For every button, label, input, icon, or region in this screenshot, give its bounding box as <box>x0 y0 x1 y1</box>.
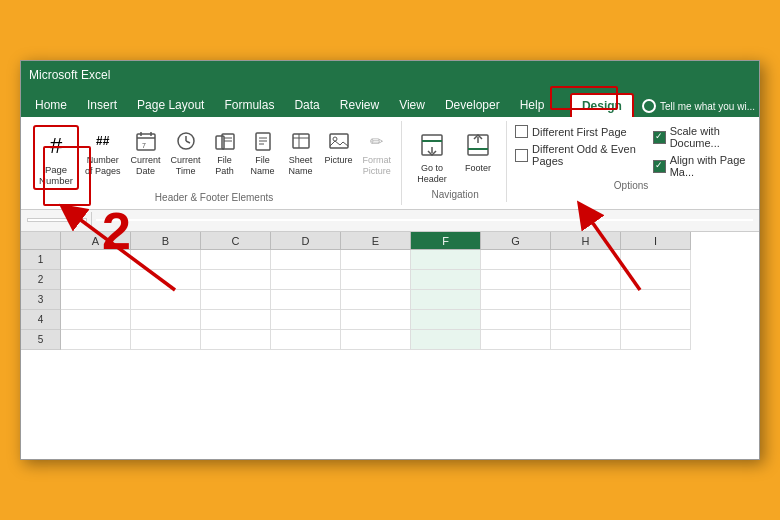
file-path-icon <box>211 127 239 155</box>
current-time-button[interactable]: CurrentTime <box>167 125 205 179</box>
annotation-design-tab-box <box>550 86 618 110</box>
cell-c1[interactable] <box>201 250 271 270</box>
cell-e1[interactable] <box>341 250 411 270</box>
name-box[interactable] <box>27 218 87 222</box>
cell-a5[interactable] <box>61 330 131 350</box>
search-icon <box>642 99 656 113</box>
cell-i5[interactable] <box>621 330 691 350</box>
cell-g4[interactable] <box>481 310 551 330</box>
format-picture-button[interactable]: ✏ FormatPicture <box>359 125 396 179</box>
tab-home[interactable]: Home <box>25 93 77 117</box>
cell-h5[interactable] <box>551 330 621 350</box>
cell-e2[interactable] <box>341 270 411 290</box>
cell-h3[interactable] <box>551 290 621 310</box>
cell-g2[interactable] <box>481 270 551 290</box>
picture-button[interactable]: Picture <box>321 125 357 168</box>
cell-d2[interactable] <box>271 270 341 290</box>
go-to-header-button[interactable]: Go toHeader <box>410 125 454 187</box>
row-num-1: 1 <box>21 250 61 270</box>
cell-b2[interactable] <box>131 270 201 290</box>
col-headers: A B C D E F G H I <box>61 232 691 250</box>
cell-g5[interactable] <box>481 330 551 350</box>
align-with-margins-checkbox[interactable] <box>653 160 666 173</box>
row-num-3: 3 <box>21 290 61 310</box>
corner-cell <box>21 232 61 250</box>
cell-b4[interactable] <box>131 310 201 330</box>
cell-a3[interactable] <box>61 290 131 310</box>
col-header-h[interactable]: H <box>551 232 621 250</box>
cell-c2[interactable] <box>201 270 271 290</box>
cell-h4[interactable] <box>551 310 621 330</box>
search-area: Tell me what you wi... <box>642 99 755 117</box>
cell-h2[interactable] <box>551 270 621 290</box>
col-header-f[interactable]: F <box>411 232 481 250</box>
tab-review[interactable]: Review <box>330 93 389 117</box>
svg-rect-0 <box>137 134 155 150</box>
cell-b3[interactable] <box>131 290 201 310</box>
tab-developer[interactable]: Developer <box>435 93 510 117</box>
cell-i4[interactable] <box>621 310 691 330</box>
cell-g3[interactable] <box>481 290 551 310</box>
tab-page-layout[interactable]: Page Layout <box>127 93 214 117</box>
cell-e5[interactable] <box>341 330 411 350</box>
file-name-button[interactable]: FileName <box>245 125 281 179</box>
file-path-button[interactable]: FilePath <box>207 125 243 179</box>
annotation-number-2: 2 <box>102 205 131 257</box>
align-with-margins-row[interactable]: Align with Page Ma... <box>653 154 747 178</box>
diff-first-page-checkbox[interactable] <box>515 125 528 138</box>
current-date-label: CurrentDate <box>131 155 161 177</box>
go-to-header-label: Go toHeader <box>417 163 447 185</box>
cell-i1[interactable] <box>621 250 691 270</box>
cell-e3[interactable] <box>341 290 411 310</box>
svg-line-7 <box>186 141 190 143</box>
row-num-4: 4 <box>21 310 61 330</box>
cell-c3[interactable] <box>201 290 271 310</box>
cell-i2[interactable] <box>621 270 691 290</box>
col-header-d[interactable]: D <box>271 232 341 250</box>
current-date-button[interactable]: 7 CurrentDate <box>127 125 165 179</box>
tab-formulas[interactable]: Formulas <box>214 93 284 117</box>
cell-a4[interactable] <box>61 310 131 330</box>
cell-f3[interactable] <box>411 290 481 310</box>
cell-h1[interactable] <box>551 250 621 270</box>
cell-c5[interactable] <box>201 330 271 350</box>
cell-e4[interactable] <box>341 310 411 330</box>
col-header-c[interactable]: C <box>201 232 271 250</box>
col-header-b[interactable]: B <box>131 232 201 250</box>
cell-b5[interactable] <box>131 330 201 350</box>
cell-f4[interactable] <box>411 310 481 330</box>
cell-f2[interactable] <box>411 270 481 290</box>
col-header-e[interactable]: E <box>341 232 411 250</box>
cell-f1[interactable] <box>411 250 481 270</box>
diff-first-page-row[interactable]: Different First Page <box>515 125 637 138</box>
scale-with-doc-checkbox[interactable] <box>653 131 666 144</box>
tab-data[interactable]: Data <box>284 93 329 117</box>
go-to-footer-button[interactable]: Footer <box>456 125 500 176</box>
format-picture-icon: ✏ <box>363 127 391 155</box>
cell-d5[interactable] <box>271 330 341 350</box>
cell-b1[interactable] <box>131 250 201 270</box>
tab-insert[interactable]: Insert <box>77 93 127 117</box>
tab-help[interactable]: Help <box>510 93 555 117</box>
formula-bar <box>21 210 759 232</box>
cell-i3[interactable] <box>621 290 691 310</box>
scale-with-doc-row[interactable]: Scale with Docume... <box>653 125 747 149</box>
cell-d4[interactable] <box>271 310 341 330</box>
cell-d3[interactable] <box>271 290 341 310</box>
cell-g1[interactable] <box>481 250 551 270</box>
cell-f5[interactable] <box>411 330 481 350</box>
diff-odd-even-checkbox[interactable] <box>515 149 528 162</box>
col-header-i[interactable]: I <box>621 232 691 250</box>
cell-c4[interactable] <box>201 310 271 330</box>
table-row: 5 <box>21 330 759 350</box>
tab-view[interactable]: View <box>389 93 435 117</box>
cell-d1[interactable] <box>271 250 341 270</box>
col-header-g[interactable]: G <box>481 232 551 250</box>
formula-input[interactable] <box>96 219 753 221</box>
title-bar: Microsoft Excel <box>21 61 759 89</box>
file-name-icon <box>249 127 277 155</box>
diff-odd-even-row[interactable]: Different Odd & Even Pages <box>515 143 637 167</box>
sheet-name-button[interactable]: SheetName <box>283 125 319 179</box>
cell-a2[interactable] <box>61 270 131 290</box>
format-picture-label: FormatPicture <box>363 155 392 177</box>
